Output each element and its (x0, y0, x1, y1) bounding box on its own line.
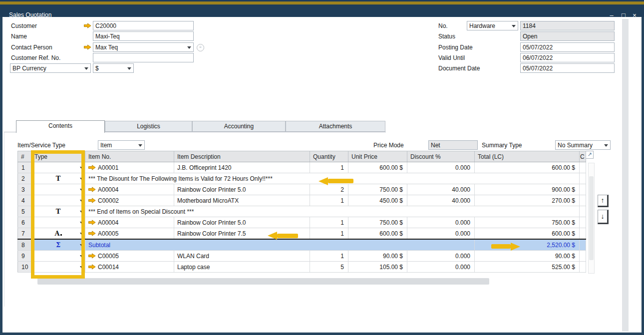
col-header-description[interactable]: Item Description (174, 151, 310, 162)
item-no-cell[interactable]: C00002 (85, 195, 174, 206)
quantity[interactable]: 5 (310, 262, 348, 273)
item-link-arrow-icon[interactable] (88, 253, 96, 259)
discount[interactable]: 40.000 (407, 195, 475, 206)
table-vertical-scrollbar[interactable] (588, 163, 595, 274)
table-horizontal-scrollbar[interactable] (17, 278, 585, 285)
scrollbar-thumb[interactable] (37, 278, 489, 285)
customer-input[interactable]: C20000 (93, 21, 194, 30)
tab-logistics[interactable]: Logistics (105, 121, 192, 132)
item-description[interactable]: Laptop case (174, 262, 310, 273)
unit-price[interactable]: 450.00 $ (348, 195, 407, 206)
item-link-arrow-icon[interactable] (88, 264, 96, 270)
bp-currency-select[interactable]: BP Currency (10, 63, 91, 73)
doc-number-field[interactable]: 1184 (520, 21, 615, 30)
chevron-down-icon[interactable] (127, 67, 131, 70)
chevron-down-icon[interactable] (187, 46, 191, 49)
table-row[interactable]: 10 C00014 Laptop case 5 105.00 $ 0.000 5… (18, 262, 586, 273)
posting-date-input[interactable]: 05/07/2022 (520, 42, 615, 52)
name-input[interactable]: Maxi-Teq (93, 31, 194, 41)
item-link-arrow-icon[interactable] (88, 187, 96, 192)
col-header-discount[interactable]: Discount % (407, 151, 475, 162)
table-row[interactable]: 6 A00004 Rainbow Color Printer 5.0 1 750… (18, 217, 586, 228)
row-number[interactable]: 5 (18, 206, 31, 217)
summary-type-select[interactable]: No Summary (555, 140, 611, 150)
col-header-c[interactable]: C (580, 151, 586, 162)
total[interactable]: 525.00 $ (475, 262, 580, 273)
expand-table-icon[interactable]: ↗ (586, 151, 594, 159)
chevron-down-icon[interactable] (138, 144, 142, 147)
item-link-arrow-icon[interactable] (88, 220, 96, 225)
chevron-down-icon[interactable] (512, 25, 516, 27)
item-link-arrow-icon[interactable] (88, 231, 96, 236)
item-description[interactable]: Rainbow Color Printer 5.0 (174, 217, 310, 228)
window-scrollbar[interactable] (622, 19, 629, 332)
item-description[interactable]: Motherboard MicroATX (174, 195, 310, 206)
close-button[interactable]: × (630, 11, 640, 20)
total[interactable]: 270.00 $ (475, 195, 580, 206)
text-row-content[interactable]: *** End of Items on Special Discount *** (85, 206, 580, 217)
discount[interactable]: 0.000 (407, 217, 475, 228)
customer-ref-input[interactable] (93, 53, 194, 62)
item-link-arrow-icon[interactable] (88, 165, 96, 170)
item-link-arrow-icon[interactable] (88, 198, 96, 203)
col-header-rownum[interactable]: # (18, 151, 31, 162)
item-no-cell[interactable]: A00004 (85, 217, 174, 228)
col-header-item-no[interactable]: Item No. (85, 151, 174, 162)
item-description[interactable]: Rainbow Color Printer 5.0 (174, 184, 310, 195)
quantity[interactable]: 2 (310, 184, 348, 195)
col-header-unit-price[interactable]: Unit Price (348, 151, 407, 162)
col-header-total[interactable]: Total (LC) (475, 151, 580, 162)
row-number[interactable]: 1 (18, 162, 31, 173)
unit-price[interactable]: 600.00 $ (348, 162, 407, 173)
quantity[interactable]: 1 (310, 228, 348, 240)
quantity[interactable]: 1 (310, 217, 348, 228)
customer-link-arrow-icon[interactable] (84, 23, 91, 28)
chevron-down-icon[interactable] (84, 67, 88, 70)
table-row[interactable]: 4 C00002 Motherboard MicroATX 1 450.00 $… (18, 195, 586, 206)
tab-accounting[interactable]: Accounting (192, 121, 286, 132)
row-number[interactable]: 4 (18, 195, 31, 206)
unit-price[interactable]: 105.00 $ (348, 262, 407, 273)
contact-person-list-icon[interactable]: ≡ (197, 44, 204, 51)
table-row-text[interactable]: 5 T *** End of Items on Special Discount… (18, 206, 586, 217)
scrollbar-thumb[interactable] (589, 176, 594, 260)
item-no-cell[interactable]: A00001 (85, 162, 174, 173)
total[interactable]: 750.00 $ (475, 217, 580, 228)
table-row[interactable]: 1 A00001 J.B. Officeprint 1420 1 600.00 … (18, 162, 586, 173)
row-up-button[interactable]: ↑ (598, 195, 609, 207)
item-no-cell[interactable]: C00014 (85, 262, 174, 273)
quantity[interactable]: 1 (310, 195, 348, 206)
no-series-select[interactable]: Hardware (467, 21, 518, 30)
col-header-quantity[interactable]: Quantity (310, 151, 348, 162)
document-date-input[interactable]: 05/07/2022 (520, 63, 615, 73)
row-number[interactable]: 10 (18, 262, 31, 273)
subtotal-total[interactable]: 2,520.00 $ (475, 239, 580, 251)
minimize-button[interactable]: – (607, 11, 617, 20)
row-number[interactable]: 8 (18, 239, 31, 251)
unit-price[interactable]: 90.00 $ (348, 251, 407, 262)
item-description[interactable]: J.B. Officeprint 1420 (174, 162, 310, 173)
item-description[interactable]: WLAN Card (174, 251, 310, 262)
discount[interactable]: 0.000 (407, 162, 475, 173)
item-no-cell[interactable]: C00005 (85, 251, 174, 262)
total[interactable]: 900.00 $ (475, 184, 580, 195)
row-number[interactable]: 2 (18, 173, 31, 184)
quantity[interactable]: 1 (310, 162, 348, 173)
discount[interactable]: 40.000 (407, 184, 475, 195)
row-number[interactable]: 6 (18, 217, 31, 228)
table-row[interactable]: 7 A A00005 Rainbow Color Printer 7.5 1 6… (18, 228, 586, 240)
item-no-cell[interactable]: A00004 (85, 184, 174, 195)
row-down-button[interactable]: ↓ (598, 210, 609, 224)
total[interactable]: 600.00 $ (475, 228, 580, 240)
item-service-type-select[interactable]: Item (98, 140, 145, 150)
unit-price[interactable]: 750.00 $ (348, 184, 407, 195)
quantity[interactable]: 1 (310, 251, 348, 262)
discount[interactable]: 0.000 (407, 228, 475, 240)
contact-person-select[interactable]: Max Teq (93, 42, 194, 52)
currency-select[interactable]: $ (93, 63, 134, 73)
row-number[interactable]: 3 (18, 184, 31, 195)
table-row[interactable]: 3 A00004 Rainbow Color Printer 5.0 2 750… (18, 184, 586, 195)
discount[interactable]: 0.000 (407, 262, 475, 273)
contact-link-arrow-icon[interactable] (84, 44, 91, 50)
row-number[interactable]: 7 (18, 228, 31, 240)
